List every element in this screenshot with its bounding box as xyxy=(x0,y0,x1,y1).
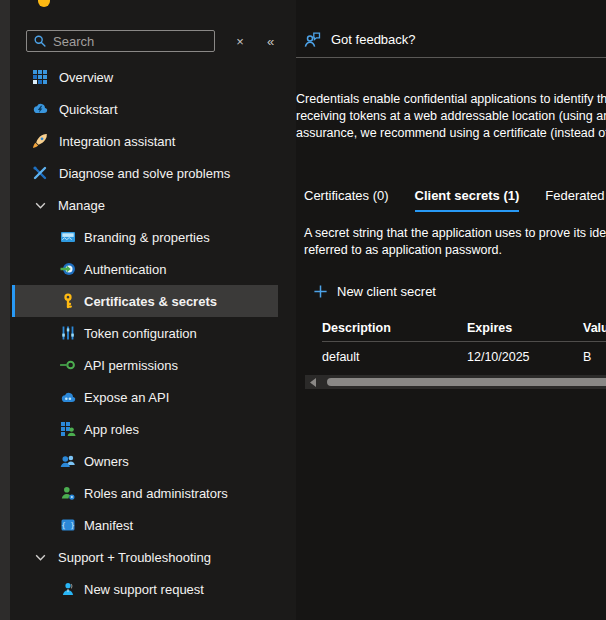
sidebar-item-app-roles[interactable]: App roles xyxy=(12,413,278,445)
sidebar: × « OverviewQuickstartIntegration assist… xyxy=(10,0,296,620)
app-roles-icon xyxy=(60,421,76,437)
app-window: × « OverviewQuickstartIntegration assist… xyxy=(0,0,606,620)
table-row: default12/10/2025B xyxy=(322,342,606,372)
secret-desc-line: A secret string that the application use… xyxy=(304,225,606,242)
main-content: Got feedback? Credentials enable confide… xyxy=(296,0,606,620)
intro-line: Credentials enable confidential applicat… xyxy=(296,91,606,108)
plus-icon xyxy=(313,284,328,299)
sidebar-item-manifest[interactable]: { }Manifest xyxy=(12,509,278,541)
sidebar-item-authentication[interactable]: Authentication xyxy=(12,253,278,285)
sidebar-item-overview[interactable]: Overview xyxy=(12,61,278,93)
collapse-menu-icon[interactable]: « xyxy=(262,33,278,49)
cell-value: B xyxy=(583,350,606,364)
search-row: × « xyxy=(10,30,296,52)
token-configuration-icon xyxy=(60,325,76,341)
search-icon xyxy=(33,34,47,48)
diagnose-icon xyxy=(32,165,48,181)
sidebar-item-expose-an-api[interactable]: Expose an API xyxy=(12,381,278,413)
sidebar-item-integration-assistant[interactable]: Integration assistant xyxy=(12,125,278,157)
chevron-down-icon xyxy=(34,549,47,565)
scroll-left-arrow-icon[interactable] xyxy=(309,378,319,387)
search-input[interactable] xyxy=(53,34,208,49)
api-permissions-icon xyxy=(60,357,76,373)
expose-api-icon xyxy=(60,389,76,405)
tab-bar: Certificates (0)Client secrets (1)Federa… xyxy=(304,188,606,212)
tab-federated-credentials-0[interactable]: Federated credentials (0) xyxy=(545,188,606,212)
cell-expires: 12/10/2025 xyxy=(467,350,583,364)
sidebar-item-api-permissions[interactable]: API permissions xyxy=(12,349,278,381)
sidebar-item-label: Authentication xyxy=(84,262,166,277)
secrets-table: DescriptionExpiresValue default12/10/202… xyxy=(322,314,606,372)
sidebar-item-label: Owners xyxy=(84,454,129,469)
new-client-secret-label: New client secret xyxy=(337,284,436,299)
owners-icon xyxy=(60,453,76,469)
new-client-secret-button[interactable]: New client secret xyxy=(313,281,606,301)
sidebar-item-label: Diagnose and solve problems xyxy=(59,166,230,181)
cell-description: default xyxy=(322,350,467,364)
got-feedback-label: Got feedback? xyxy=(331,32,416,47)
sidebar-item-label: Expose an API xyxy=(84,390,169,405)
tab-certificates-0[interactable]: Certificates (0) xyxy=(304,188,389,212)
sidebar-item-branding-properties[interactable]: Branding & properties xyxy=(12,221,278,253)
authentication-icon xyxy=(60,261,76,277)
sidebar-item-roles-and-administrators[interactable]: Roles and administrators xyxy=(12,477,278,509)
sidebar-item-token-configuration[interactable]: Token configuration xyxy=(12,317,278,349)
sidebar-item-label: New support request xyxy=(84,582,204,597)
credentials-intro-text: Credentials enable confidential applicat… xyxy=(296,91,606,142)
column-header-description: Description xyxy=(322,321,467,335)
sidebar-item-label: Roles and administrators xyxy=(84,486,228,501)
search-box[interactable] xyxy=(26,30,215,52)
search-dismiss-icon[interactable]: × xyxy=(232,33,248,49)
quickstart-icon xyxy=(32,101,48,117)
integration-assistant-icon xyxy=(32,133,48,149)
secret-desc-line: referred to as application password. xyxy=(304,242,606,259)
sidebar-item-certificates-secrets[interactable]: Certificates & secrets xyxy=(12,285,278,317)
sidebar-item-new-support-request[interactable]: New support request xyxy=(12,573,278,605)
sidebar-item-owners[interactable]: Owners xyxy=(12,445,278,477)
sidebar-item-label: Overview xyxy=(59,70,113,85)
tab-client-secrets-1[interactable]: Client secrets (1) xyxy=(415,188,520,212)
chevron-down-icon xyxy=(34,197,47,213)
column-header-value: Value xyxy=(583,321,606,335)
sidebar-item-label: Branding & properties xyxy=(84,230,210,245)
header-divider xyxy=(296,57,606,58)
page-title-key-icon xyxy=(38,0,50,7)
sidebar-item-label: Manage xyxy=(58,198,105,213)
sidebar-item-label: Quickstart xyxy=(59,102,118,117)
sidebar-item-diagnose-and-solve-problems[interactable]: Diagnose and solve problems xyxy=(12,157,278,189)
feedback-person-icon xyxy=(303,30,322,49)
intro-line: assurance, we recommend using a certific… xyxy=(296,125,606,142)
column-header-expires: Expires xyxy=(467,321,583,335)
svg-text:{ }: { } xyxy=(61,521,75,530)
client-secret-description: A secret string that the application use… xyxy=(304,225,606,259)
manifest-icon: { } xyxy=(60,517,76,533)
table-header-row: DescriptionExpiresValue xyxy=(322,314,606,342)
got-feedback-button[interactable]: Got feedback? xyxy=(303,28,606,50)
sidebar-item-label: Token configuration xyxy=(84,326,197,341)
intro-line: receiving tokens at a web addressable lo… xyxy=(296,108,606,125)
sidebar-item-label: Certificates & secrets xyxy=(84,294,217,309)
sidebar-item-label: Integration assistant xyxy=(59,134,175,149)
sidebar-group-manage[interactable]: Manage xyxy=(12,189,278,221)
horizontal-scrollbar[interactable] xyxy=(305,375,606,389)
scrollbar-thumb[interactable] xyxy=(327,378,606,386)
adjacent-panel-edge xyxy=(0,0,10,620)
sidebar-item-quickstart[interactable]: Quickstart xyxy=(12,93,278,125)
sidebar-item-label: Support + Troubleshooting xyxy=(58,550,211,565)
sidebar-menu: OverviewQuickstartIntegration assistantD… xyxy=(10,61,296,605)
certificates-secrets-icon xyxy=(60,293,76,309)
sidebar-group-support-troubleshooting[interactable]: Support + Troubleshooting xyxy=(12,541,278,573)
sidebar-item-label: API permissions xyxy=(84,358,178,373)
roles-administrators-icon xyxy=(60,485,76,501)
new-support-request-icon xyxy=(60,581,76,597)
sidebar-item-label: App roles xyxy=(84,422,139,437)
sidebar-item-label: Manifest xyxy=(84,518,133,533)
table-body: default12/10/2025B xyxy=(322,342,606,372)
overview-icon xyxy=(32,69,48,85)
branding-icon xyxy=(60,229,76,245)
